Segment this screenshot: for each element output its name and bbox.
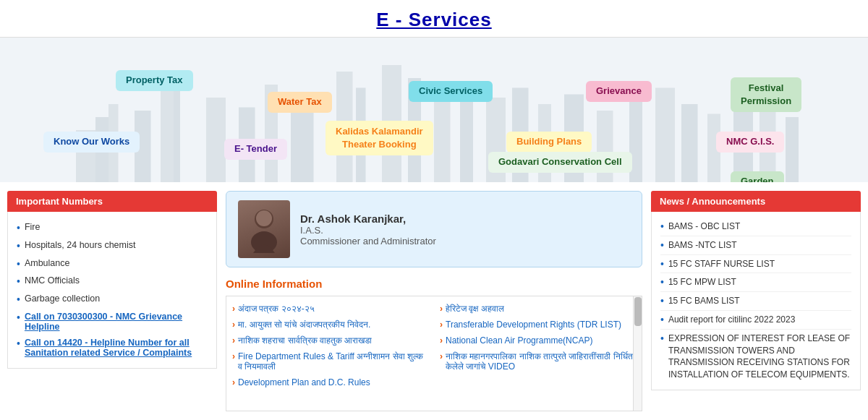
news-item-7[interactable]: EXPRESSION OF INTEREST FOR LEASE OF TRAN… (660, 330, 851, 384)
list-item-14420-helpline[interactable]: Call on 14420 - Helpline Number for all … (17, 335, 208, 361)
services-area: Property Tax Water Tax Civic Services Gr… (0, 38, 868, 182)
kalidas-button[interactable]: Kalidas KalamandirTheater Booking (326, 121, 433, 155)
list-item-grievance-helpline[interactable]: Call on 7030300300 - NMC Grievance Helpl… (17, 309, 208, 335)
header: E - Services (0, 0, 868, 38)
commissioner-role: Commissioner and Administrator (300, 236, 436, 247)
news-item-1[interactable]: BAMS - OBC LIST (660, 218, 851, 236)
svg-rect-27 (786, 117, 799, 182)
news-item-5[interactable]: 15 FC BAMS LIST (660, 292, 851, 311)
godavari-button[interactable]: Godavari Conservation Cell (488, 152, 632, 173)
grievance-button[interactable]: Grievance (586, 81, 652, 102)
news-item-4[interactable]: 15 FC MPW LIST (660, 273, 851, 292)
right-panel: News / Announcements BAMS - OBC LIST BAM… (651, 191, 861, 420)
list-item-fire: Fire (17, 219, 208, 237)
svg-rect-5 (174, 78, 180, 182)
online-item-r2[interactable]: Transferable Development Rights (TDR LIS… (440, 317, 636, 333)
online-item-r3[interactable]: National Clean Air Programme(NCAP) (440, 333, 636, 348)
online-item-r1[interactable]: हेरिटेज वृक्ष अहवाल (440, 301, 636, 317)
water-tax-button[interactable]: Water Tax (268, 92, 332, 113)
svg-rect-6 (206, 98, 226, 182)
list-item-garbage: Garbage collection (17, 291, 208, 309)
important-numbers-body: Fire Hospitals, 24 hours chemist Ambulan… (7, 212, 217, 369)
civic-services-button[interactable]: Civic Services (409, 81, 493, 102)
scrollbar-track[interactable] (633, 296, 642, 411)
property-tax-button[interactable]: Property Tax (116, 70, 193, 91)
nmc-gis-button[interactable]: NMC G.I.S. (716, 132, 784, 153)
festival-permission-button[interactable]: FestivalPermission (731, 77, 801, 112)
svg-rect-14 (434, 91, 451, 182)
commissioner-info: Dr. Ashok Karanjkar, I.A.S. Commissioner… (300, 213, 436, 247)
know-our-works-button[interactable]: Know Our Works (43, 132, 140, 153)
garden-button[interactable]: Garden (731, 171, 784, 182)
left-panel: Important Numbers Fire Hospitals, 24 hou… (7, 191, 217, 420)
online-item-3[interactable]: नाशिक शहराचा सार्वत्रिक वाहतुक आराखडा (232, 333, 428, 348)
online-item-1[interactable]: अंदाज पत्रक २०२४-२५ (232, 301, 428, 317)
news-item-2[interactable]: BAMS -NTC LIST (660, 236, 851, 255)
important-numbers-header: Important Numbers (7, 191, 217, 212)
news-item-3[interactable]: 15 FC STAFF NURSE LIST (660, 255, 851, 274)
list-item-ambulance: Ambulance (17, 255, 208, 273)
commissioner-name: Dr. Ashok Karanjkar, (300, 213, 436, 225)
building-plans-button[interactable]: Building Plans (506, 132, 592, 153)
commissioner-designation: I.A.S. (300, 225, 436, 236)
page-title: E - Services (0, 9, 868, 31)
list-item-hospitals: Hospitals, 24 hours chemist (17, 237, 208, 255)
svg-rect-4 (161, 91, 174, 182)
online-info-grid: अंदाज पत्रक २०२४-२५ मा. आयुक्त सो यांचे … (226, 296, 642, 411)
news-item-6[interactable]: Audit report for citilinc 2022 2023 (660, 311, 851, 330)
svg-rect-9 (291, 101, 314, 183)
center-panel: Dr. Ashok Karanjkar, I.A.S. Commissioner… (217, 191, 651, 420)
online-info-title: Online Information (226, 278, 642, 290)
scrollbar-thumb[interactable] (634, 297, 642, 326)
svg-rect-23 (681, 104, 698, 182)
online-item-4[interactable]: Fire Department Rules & Tariff अग्नीशामन… (232, 348, 428, 374)
svg-point-30 (256, 210, 272, 226)
online-item-5[interactable]: Development Plan and D.C. Rules (232, 374, 428, 390)
online-info-right: हेरिटेज वृक्ष अहवाल Transferable Develop… (434, 296, 642, 411)
svg-rect-22 (655, 88, 675, 183)
list-item-nmc-officials: NMC Officials (17, 273, 208, 291)
e-tender-button[interactable]: E- Tender (224, 139, 287, 160)
online-item-2[interactable]: मा. आयुक्त सो यांचे अंदाजपत्रकीय निवेदन. (232, 317, 428, 333)
main-content: Important Numbers Fire Hospitals, 24 hou… (0, 182, 868, 420)
commissioner-card: Dr. Ashok Karanjkar, I.A.S. Commissioner… (226, 191, 642, 267)
news-header: News / Announcements (651, 191, 861, 212)
commissioner-photo (238, 200, 290, 258)
online-item-r4[interactable]: नाशिक महानगरपालिका नाशिक तात्पुरते जाहिर… (440, 348, 636, 374)
news-body: BAMS - OBC LIST BAMS -NTC LIST 15 FC STA… (651, 212, 861, 390)
online-info-left: अंदाज पत्रक २०२४-२५ मा. आयुक्त सो यांचे … (226, 296, 434, 411)
